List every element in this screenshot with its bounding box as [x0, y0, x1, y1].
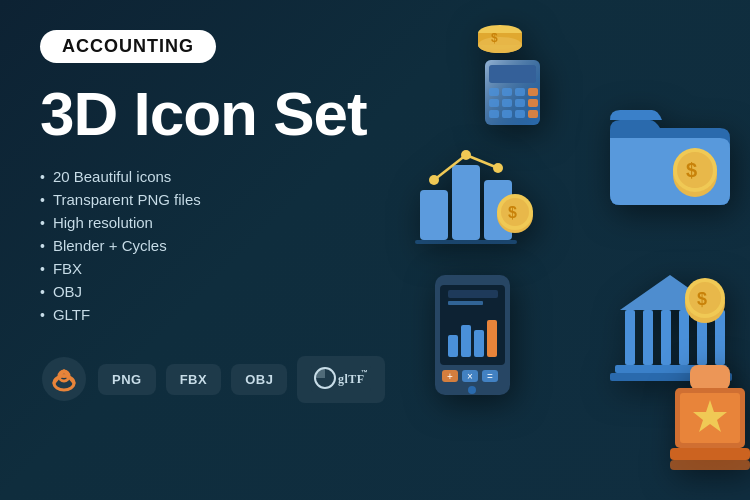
svg-point-5 — [62, 374, 66, 378]
main-title: 3D Icon Set — [40, 81, 420, 146]
svg-text:$: $ — [686, 159, 697, 181]
svg-rect-25 — [489, 99, 499, 107]
svg-rect-21 — [489, 88, 499, 96]
list-item: •Blender + Cycles — [40, 237, 420, 254]
badge-label: ACCOUNTING — [62, 36, 194, 56]
svg-text:$: $ — [697, 289, 707, 309]
format-badges-row: PNG FBX OBJ glTF ™ — [40, 355, 420, 403]
svg-text:×: × — [467, 371, 473, 382]
svg-rect-31 — [515, 110, 525, 118]
svg-text:$: $ — [491, 31, 498, 45]
svg-rect-29 — [489, 110, 499, 118]
fbx-badge: FBX — [166, 364, 222, 395]
stamp-icon — [660, 360, 750, 480]
svg-rect-74 — [679, 310, 689, 365]
svg-rect-58 — [474, 330, 484, 357]
svg-rect-20 — [489, 65, 536, 83]
svg-rect-89 — [670, 448, 750, 460]
svg-rect-59 — [487, 320, 497, 357]
svg-rect-90 — [670, 460, 750, 470]
svg-point-0 — [42, 357, 86, 401]
main-container: ACCOUNTING 3D Icon Set •20 Beautiful ico… — [0, 0, 750, 500]
blender-icon — [40, 355, 88, 403]
icons-area: $ — [390, 0, 750, 500]
svg-rect-71 — [625, 310, 635, 365]
svg-rect-28 — [528, 99, 538, 107]
svg-rect-24 — [528, 88, 538, 96]
svg-rect-34 — [420, 190, 448, 240]
calculator-coins-icon: $ — [445, 15, 565, 135]
svg-rect-32 — [528, 110, 538, 118]
svg-rect-84 — [690, 365, 730, 390]
svg-rect-36 — [452, 165, 480, 240]
phone-chart-icon: + × = — [420, 270, 530, 400]
gltf-badge: glTF ™ — [297, 356, 385, 403]
svg-rect-61 — [448, 301, 483, 305]
list-item: •High resolution — [40, 214, 420, 231]
svg-rect-56 — [448, 335, 458, 357]
bar-chart-icon: $ — [410, 130, 540, 250]
svg-rect-22 — [502, 88, 512, 96]
list-item: •Transparent PNG files — [40, 191, 420, 208]
svg-rect-60 — [448, 290, 498, 298]
svg-text:$: $ — [508, 204, 517, 221]
svg-rect-30 — [502, 110, 512, 118]
png-badge: PNG — [98, 364, 156, 395]
svg-text:+: + — [447, 371, 453, 382]
svg-rect-73 — [661, 310, 671, 365]
obj-badge: OBJ — [231, 364, 287, 395]
list-item: •FBX — [40, 260, 420, 277]
svg-point-15 — [478, 37, 522, 53]
feature-list: •20 Beautiful icons •Transparent PNG fil… — [40, 168, 420, 323]
svg-rect-39 — [415, 240, 517, 244]
svg-point-68 — [468, 386, 476, 394]
svg-rect-57 — [461, 325, 471, 357]
svg-rect-26 — [502, 99, 512, 107]
category-badge: ACCOUNTING — [40, 30, 216, 63]
svg-rect-72 — [643, 310, 653, 365]
folder-coin-icon: $ — [600, 100, 730, 210]
svg-rect-27 — [515, 99, 525, 107]
svg-text:™: ™ — [361, 369, 369, 376]
list-item: •GLTF — [40, 306, 420, 323]
list-item: •OBJ — [40, 283, 420, 300]
svg-text:=: = — [487, 371, 493, 382]
left-content: ACCOUNTING 3D Icon Set •20 Beautiful ico… — [40, 30, 420, 403]
svg-rect-23 — [515, 88, 525, 96]
list-item: •20 Beautiful icons — [40, 168, 420, 185]
